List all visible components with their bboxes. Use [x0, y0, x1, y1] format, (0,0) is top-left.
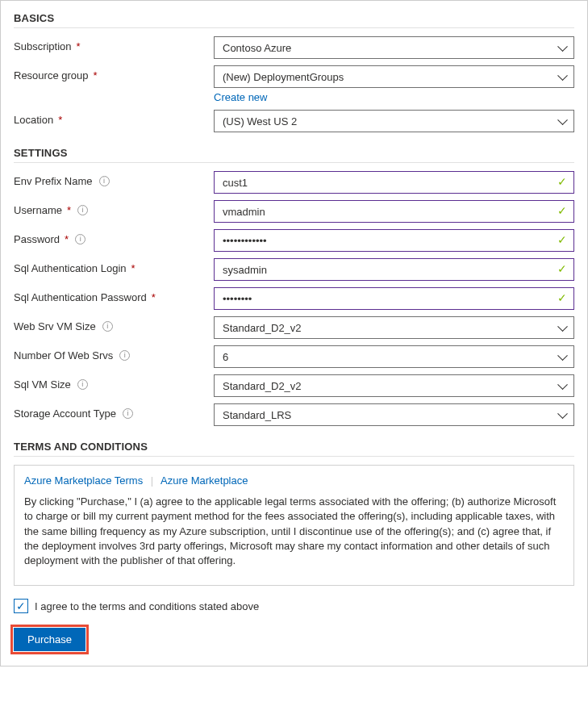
- sql-login-value: sysadmin: [223, 264, 267, 276]
- check-icon: ✓: [557, 262, 567, 275]
- subscription-select[interactable]: Contoso Azure: [214, 36, 574, 59]
- env-prefix-input[interactable]: cust1 ✓: [214, 171, 574, 194]
- required-icon: *: [58, 114, 62, 126]
- chevron-down-icon: [559, 119, 567, 123]
- subscription-label: Subscription: [14, 40, 72, 52]
- num-web-srvs-value: 6: [223, 351, 228, 363]
- chevron-down-icon: [559, 354, 567, 359]
- required-icon: *: [131, 262, 136, 274]
- section-terms-title: TERMS AND CONDITIONS: [14, 441, 574, 457]
- agree-checkbox[interactable]: ✓: [14, 599, 28, 613]
- required-icon: *: [67, 204, 71, 216]
- location-value: (US) West US 2: [223, 115, 297, 127]
- section-settings-title: SETTINGS: [14, 147, 574, 163]
- check-icon: ✓: [557, 204, 567, 217]
- web-vm-size-select[interactable]: Standard_D2_v2: [214, 316, 574, 339]
- info-icon[interactable]: i: [75, 234, 85, 244]
- chevron-down-icon: [559, 325, 567, 330]
- web-vm-size-label: Web Srv VM Size: [14, 320, 96, 332]
- chevron-down-icon: [559, 74, 567, 79]
- required-icon: *: [94, 69, 98, 81]
- sql-pass-input[interactable]: •••••••• ✓: [214, 287, 574, 310]
- username-label: Username: [14, 204, 62, 216]
- tab-separator: |: [151, 474, 153, 487]
- terms-tab-marketplace-terms[interactable]: Azure Marketplace Terms: [24, 474, 143, 487]
- sql-login-label: Sql Authentication Login: [14, 262, 127, 274]
- sql-vm-size-select[interactable]: Standard_D2_v2: [214, 374, 574, 397]
- chevron-down-icon: [559, 45, 567, 50]
- chevron-down-icon: [559, 412, 567, 417]
- num-web-srvs-select[interactable]: 6: [214, 345, 574, 368]
- check-icon: ✓: [557, 175, 567, 188]
- info-icon[interactable]: i: [99, 176, 110, 186]
- check-icon: ✓: [557, 291, 567, 304]
- terms-tab-marketplace[interactable]: Azure Marketplace: [161, 474, 248, 487]
- terms-box[interactable]: Azure Marketplace Terms | Azure Marketpl…: [14, 465, 574, 586]
- resource-group-label: Resource group: [14, 69, 89, 81]
- sql-login-input[interactable]: sysadmin ✓: [214, 258, 574, 281]
- sql-vm-size-label: Sql VM Size: [14, 378, 71, 391]
- resource-group-select[interactable]: (New) DeploymentGroups: [214, 65, 574, 88]
- num-web-srvs-label: Number Of Web Srvs: [14, 349, 113, 361]
- required-icon: *: [65, 233, 69, 245]
- storage-type-value: Standard_LRS: [223, 409, 291, 421]
- password-label: Password: [14, 233, 60, 245]
- info-icon[interactable]: i: [123, 408, 133, 419]
- purchase-button[interactable]: Purchase: [14, 628, 85, 651]
- web-vm-size-value: Standard_D2_v2: [223, 322, 302, 334]
- location-select[interactable]: (US) West US 2: [214, 110, 574, 132]
- agree-label: I agree to the terms and conditions stat…: [35, 600, 259, 612]
- subscription-value: Contoso Azure: [223, 42, 291, 54]
- required-icon: *: [152, 291, 156, 303]
- username-input[interactable]: vmadmin ✓: [214, 200, 574, 223]
- required-icon: *: [77, 40, 81, 52]
- sql-vm-size-value: Standard_D2_v2: [223, 380, 302, 392]
- terms-body: By clicking "Purchase," I (a) agree to t…: [24, 495, 564, 568]
- location-label: Location: [14, 114, 53, 126]
- sql-pass-value: ••••••••: [223, 293, 252, 305]
- info-icon[interactable]: i: [77, 205, 88, 215]
- storage-type-label: Storage Account Type: [14, 407, 116, 420]
- info-icon[interactable]: i: [77, 379, 88, 390]
- resource-group-value: (New) DeploymentGroups: [223, 71, 344, 83]
- sql-pass-label: Sql Authentication Password: [14, 291, 147, 303]
- check-icon: ✓: [557, 233, 567, 246]
- username-value: vmadmin: [223, 206, 265, 218]
- info-icon[interactable]: i: [102, 321, 113, 332]
- info-icon[interactable]: i: [119, 350, 130, 361]
- env-prefix-value: cust1: [223, 177, 248, 189]
- env-prefix-label: Env Prefix Name: [14, 175, 93, 187]
- create-new-link[interactable]: Create new: [214, 91, 267, 103]
- chevron-down-icon: [559, 383, 567, 388]
- check-icon: ✓: [16, 600, 26, 612]
- storage-type-select[interactable]: Standard_LRS: [214, 403, 574, 426]
- password-input[interactable]: •••••••••••• ✓: [214, 229, 574, 252]
- password-value: ••••••••••••: [223, 235, 267, 247]
- section-basics-title: BASICS: [14, 12, 574, 28]
